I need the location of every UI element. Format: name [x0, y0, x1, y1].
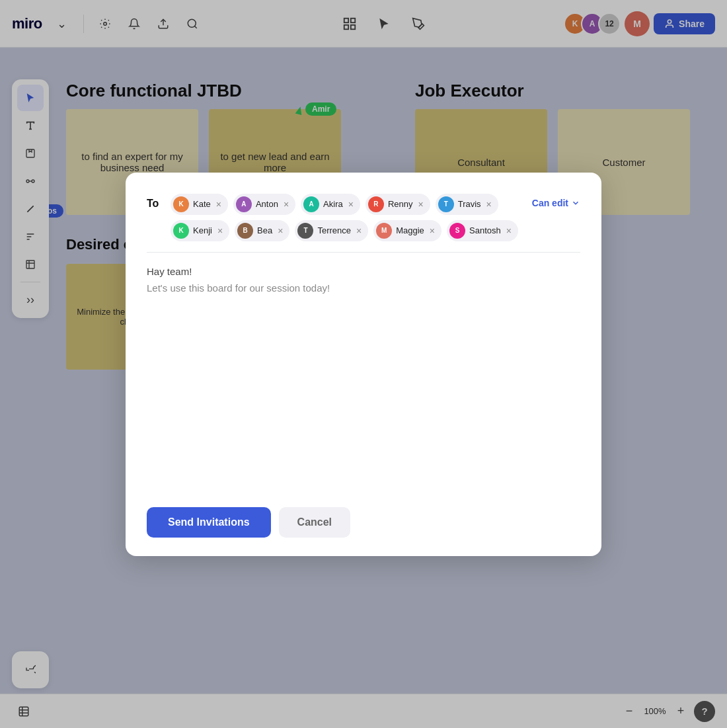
recipients-container: K Kate × A Anton × A Akira × R Renny	[171, 194, 524, 241]
name-bea: Bea	[257, 225, 272, 235]
send-label: Send Invitations	[168, 516, 250, 528]
chip-terrence[interactable]: T Terrence ×	[295, 220, 368, 241]
chip-travis[interactable]: T Travis ×	[436, 194, 498, 215]
chip-santosh[interactable]: S Santosh ×	[447, 220, 518, 241]
remove-bea[interactable]: ×	[278, 226, 283, 235]
avatar-maggie: M	[376, 223, 392, 239]
name-santosh: Santosh	[469, 225, 501, 235]
message-container: Hay team! Let's use this board for our s…	[147, 258, 580, 491]
remove-maggie[interactable]: ×	[430, 226, 435, 235]
hand-cursor-icon: ☞	[202, 539, 216, 557]
remove-kenji[interactable]: ×	[217, 226, 223, 235]
to-label: To	[147, 194, 163, 210]
cancel-btn[interactable]: Cancel	[279, 507, 350, 538]
modal-footer: Send Invitations ☞ Cancel	[147, 507, 580, 538]
avatar-bea: B	[237, 223, 253, 239]
remove-akira[interactable]: ×	[348, 200, 354, 209]
to-row: To K Kate × A Anton × A Akira ×	[147, 194, 580, 241]
avatar-santosh: S	[449, 223, 465, 239]
name-kenji: Kenji	[193, 225, 212, 235]
avatar-terrence: T	[297, 223, 313, 239]
avatar-travis: T	[438, 196, 454, 212]
avatar-renny: R	[368, 196, 384, 212]
remove-santosh[interactable]: ×	[506, 226, 512, 235]
chip-kenji[interactable]: K Kenji ×	[171, 220, 229, 241]
chip-renny[interactable]: R Renny ×	[365, 194, 430, 215]
chip-bea[interactable]: B Bea ×	[235, 220, 289, 241]
name-kate: Kate	[193, 199, 211, 209]
name-akira: Akira	[323, 199, 343, 209]
chip-kate[interactable]: K Kate ×	[171, 194, 228, 215]
name-anton: Anton	[256, 199, 278, 209]
chip-maggie[interactable]: M Maggie ×	[373, 220, 441, 241]
remove-terrence[interactable]: ×	[356, 226, 362, 235]
invite-modal: To K Kate × A Anton × A Akira ×	[126, 173, 601, 556]
remove-renny[interactable]: ×	[418, 200, 424, 209]
modal-overlay: To K Kate × A Anton × A Akira ×	[0, 0, 727, 728]
avatar-anton: A	[236, 196, 252, 212]
avatar-kate: K	[173, 196, 189, 212]
modal-divider	[147, 252, 580, 253]
chip-akira[interactable]: A Akira ×	[301, 194, 360, 215]
can-edit-label: Can edit	[532, 198, 568, 208]
name-renny: Renny	[388, 199, 413, 209]
name-terrence: Terrence	[317, 225, 351, 235]
name-maggie: Maggie	[396, 225, 424, 235]
avatar-kenji: K	[173, 223, 189, 239]
chip-anton[interactable]: A Anton ×	[233, 194, 295, 215]
message-line2: Let's use this board for our session tod…	[147, 280, 580, 297]
name-travis: Travis	[458, 199, 481, 209]
avatar-akira: A	[303, 196, 319, 212]
message-line1: Hay team!	[147, 263, 580, 280]
can-edit-dropdown[interactable]: Can edit	[532, 194, 580, 208]
remove-travis[interactable]: ×	[486, 200, 492, 209]
cancel-label: Cancel	[297, 516, 332, 528]
send-invitations-btn[interactable]: Send Invitations ☞	[147, 507, 271, 538]
remove-anton[interactable]: ×	[284, 200, 289, 209]
remove-kate[interactable]: ×	[216, 200, 221, 209]
